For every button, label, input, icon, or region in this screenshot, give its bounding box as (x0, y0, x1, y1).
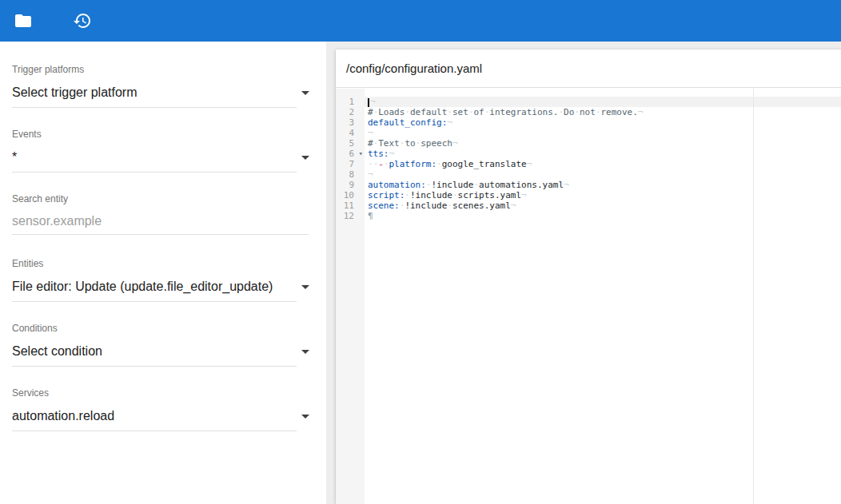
eol-marker: ¬ (370, 97, 376, 107)
code-line[interactable]: script:·!include·scripts.yaml¬ (365, 190, 841, 200)
editor-code[interactable]: ¬#·Loads·default·set·of·integrations.·Do… (365, 89, 841, 504)
code-line[interactable]: ¬ (365, 128, 841, 138)
print-margin-ruler (753, 89, 754, 504)
file-path: /config/configuration.yaml (346, 62, 482, 75)
history-button[interactable] (73, 11, 92, 30)
field-label: Trigger platforms (12, 64, 326, 75)
editor-gutter: 123456▾789101112 (336, 89, 365, 504)
eol-marker: ¬ (638, 107, 644, 117)
code-line[interactable]: ¬ (365, 97, 841, 107)
select-conditions[interactable]: Select condition (12, 343, 309, 359)
line-number: 10 (336, 190, 365, 200)
selected-value: automation.reload (12, 409, 114, 423)
eol-marker: ¬ (527, 159, 532, 169)
selected-value: File editor: Update (update.file_editor_… (12, 280, 273, 294)
select-trigger-platforms[interactable]: Select trigger platform (12, 85, 309, 101)
sidebar-fields: Trigger platforms Select trigger platfor… (12, 64, 326, 452)
editor-card-header: /config/configuration.yaml (336, 50, 841, 88)
code-line[interactable]: default_config:¬ (365, 117, 841, 128)
code-line[interactable]: automation:·!include·automations.yaml¬ (365, 180, 841, 190)
line-number: 11 (336, 200, 365, 211)
field-label: Search entity (12, 193, 326, 204)
line-number: 9 (336, 180, 365, 190)
eol-marker: ¬ (368, 169, 373, 180)
field-services: Services automation.reload (12, 387, 326, 452)
field-underline (12, 172, 297, 173)
field-label: Conditions (12, 323, 326, 334)
history-icon (73, 11, 92, 30)
line-number: 3 (336, 117, 365, 128)
field-label: Events (12, 129, 326, 140)
field-label: Services (12, 387, 326, 399)
code-line[interactable]: ¶ (365, 211, 841, 221)
line-number: 2 (336, 107, 365, 117)
fold-arrow-icon[interactable]: ▾ (359, 149, 363, 158)
line-number: 8 (336, 169, 365, 180)
code-line[interactable]: #·Loads·default·set·of·integrations.·Do·… (365, 107, 841, 117)
field-underline (12, 431, 297, 431)
eol-marker: ¬ (564, 180, 569, 190)
code-line[interactable]: scene:·!include·scenes.yaml¬ (365, 200, 841, 211)
line-number: 6▾ (336, 149, 365, 159)
line-number: 5 (336, 138, 365, 149)
eol-marker: ¬ (447, 117, 452, 128)
field-underline (12, 301, 297, 302)
code-line[interactable]: tts:¬ (365, 149, 841, 159)
select-services[interactable]: automation.reload (12, 408, 309, 424)
code-line[interactable]: ¬ (365, 169, 841, 180)
field-entities: Entities File editor: Update (update.fil… (12, 258, 326, 323)
selected-value: Select trigger platform (12, 85, 138, 100)
field-trigger-platforms: Trigger platforms Select trigger platfor… (12, 64, 326, 129)
dropdown-arrow-icon (301, 91, 309, 95)
field-label: Entities (12, 258, 326, 269)
select-entities[interactable]: File editor: Update (update.file_editor_… (12, 279, 309, 295)
line-number: 4 (336, 128, 365, 138)
eol-marker: ¬ (511, 200, 516, 211)
line-number: 7 (336, 159, 365, 169)
eol-marker: ¬ (389, 149, 395, 159)
eol-marker: ¬ (452, 138, 458, 149)
line-number: 12 (336, 211, 365, 221)
field-underline (12, 107, 297, 108)
field-events: Events * (12, 129, 326, 193)
code-line[interactable]: ··-·platform:·google_translate¬ (365, 159, 841, 169)
eol-marker: ¬ (521, 190, 527, 200)
selected-value: Select condition (12, 344, 102, 359)
field-search-entity: Search entity (12, 193, 326, 258)
selected-value: * (12, 150, 17, 165)
select-events[interactable]: * (12, 149, 309, 165)
eol-marker: ¬ (368, 128, 373, 138)
search-entity-input[interactable] (12, 214, 309, 235)
field-conditions: Conditions Select condition (12, 323, 326, 387)
dropdown-arrow-icon (301, 285, 309, 289)
eof-marker: ¶ (368, 211, 373, 221)
code-editor[interactable]: 123456▾789101112 ¬#·Loads·default·set·of… (336, 89, 841, 504)
dropdown-arrow-icon (301, 350, 309, 354)
field-underline (12, 366, 297, 367)
text-cursor (368, 98, 369, 107)
line-number: 1 (336, 97, 365, 107)
code-line[interactable]: #·Text·to·speech¬ (365, 138, 841, 149)
app-bar (0, 0, 841, 42)
dropdown-arrow-icon (301, 415, 309, 419)
helper-sidebar: Trigger platforms Select trigger platfor… (0, 42, 326, 504)
folder-icon (14, 11, 33, 30)
editor-card: /config/configuration.yaml 123456▾789101… (336, 50, 841, 504)
open-folder-button[interactable] (14, 11, 33, 30)
dropdown-arrow-icon (301, 156, 309, 160)
